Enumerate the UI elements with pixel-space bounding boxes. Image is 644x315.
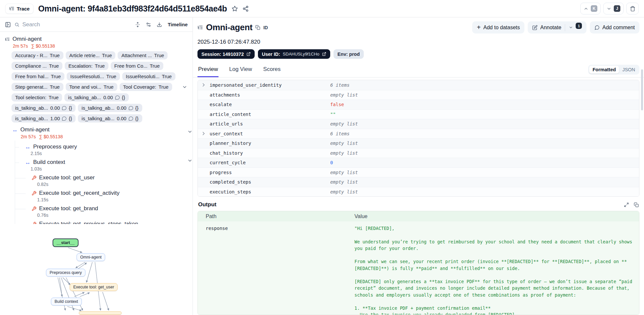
- tree-node-label: Omni-agent: [12, 36, 42, 42]
- add-to-datasets-button[interactable]: + Add to datasets: [472, 21, 524, 34]
- tree-node[interactable]: ↔ Build context 1.03s: [15, 156, 193, 171]
- copy-icon[interactable]: [634, 202, 639, 207]
- expand-chevron-icon[interactable]: [202, 123, 210, 125]
- score-badge[interactable]: is_talking_ab... 1.00 {}: [12, 114, 76, 123]
- expand-chevron-icon[interactable]: [202, 103, 210, 106]
- expand-chevron-icon[interactable]: [202, 84, 210, 86]
- tab-preview[interactable]: Preview: [197, 64, 218, 77]
- bookmark-star-icon[interactable]: [232, 6, 238, 12]
- score-name: Free from Co...: [114, 63, 148, 69]
- score-badge[interactable]: Free from Co... True: [111, 62, 163, 70]
- tree-node[interactable]: Execute tool: get_previous_steps_taken 1…: [15, 218, 193, 224]
- tab-scores[interactable]: Scores: [263, 64, 281, 77]
- graph-node[interactable]: Omni-agent: [77, 253, 105, 261]
- collapse-chevron-icon[interactable]: [182, 84, 187, 90]
- annotate-button[interactable]: Annotate 1: [528, 21, 586, 34]
- comment-icon: [62, 106, 66, 110]
- search-box[interactable]: [14, 21, 131, 28]
- graph-node[interactable]: __start__: [53, 238, 79, 247]
- score-badge[interactable]: is_talking_ab... 0.00 {}: [78, 114, 142, 123]
- tree-node[interactable]: Execute tool: get_recent_activity 1.15s: [15, 187, 193, 202]
- expand-chevron-icon[interactable]: [202, 181, 210, 183]
- tree-guide: [15, 209, 26, 209]
- tree-node-agent[interactable]: ↔ Omni-agent: [12, 126, 193, 133]
- tree-node[interactable]: ↔ Preprocess query 2.15s: [15, 141, 193, 156]
- format-formatted[interactable]: Formatted: [589, 66, 619, 74]
- session-pill[interactable]: Session: 14910372: [197, 49, 255, 59]
- graph-node[interactable]: Build context: [51, 298, 82, 305]
- score-badge[interactable]: Step generat... True: [12, 83, 63, 91]
- expand-chevron-icon[interactable]: [202, 171, 210, 173]
- user-id-pill[interactable]: User ID: SDAHUSLy9f1CHo: [258, 49, 330, 59]
- search-input[interactable]: [22, 21, 131, 28]
- format-json[interactable]: JSON: [619, 66, 638, 74]
- expand-chevron-icon[interactable]: [202, 132, 210, 135]
- graph-node[interactable]: Preprocess query: [46, 269, 85, 277]
- prev-trace-button[interactable]: K: [580, 3, 601, 14]
- score-badge[interactable]: is_talking_ab... 0.00 {}: [12, 104, 76, 112]
- score-value: True: [106, 74, 116, 79]
- copy-icon[interactable]: [255, 25, 260, 30]
- score-badge[interactable]: Tone and voi... True: [66, 83, 117, 91]
- score-badge[interactable]: Tool selection: True: [12, 93, 62, 101]
- output-table: Path Value response "Hi [REDACTED], We u…: [197, 211, 639, 315]
- score-name: Step generat...: [15, 84, 47, 90]
- share-icon[interactable]: [242, 6, 249, 12]
- table-row[interactable]: article_urls empty list: [198, 119, 639, 129]
- root-metrics: 2m 57s ∑ $0.55138: [13, 43, 193, 49]
- tab-log-view[interactable]: Log View: [228, 64, 253, 77]
- expand-chevron-icon[interactable]: [202, 142, 210, 145]
- graph-node[interactable]: Execute tool: get_user: [70, 283, 118, 291]
- tree-node[interactable]: Execute tool: get_user 0.82s: [15, 171, 193, 187]
- table-row[interactable]: user_context 6 items: [198, 129, 639, 139]
- expand-chevron-icon[interactable]: [202, 152, 210, 154]
- score-badge[interactable]: Tool Coverage: True: [120, 83, 172, 91]
- table-row[interactable]: chat_history empty list: [198, 148, 639, 158]
- score-badge[interactable]: Accuracy - R... True: [12, 51, 63, 59]
- table-row[interactable]: article_content "": [198, 109, 639, 119]
- expand-chevron-icon[interactable]: [202, 162, 210, 164]
- score-badge[interactable]: Article retrie... True: [66, 51, 116, 59]
- score-badge[interactable]: Compliance ... True: [12, 62, 62, 70]
- score-badge[interactable]: IssueResoluti... True: [67, 72, 120, 80]
- download-icon[interactable]: [157, 22, 162, 27]
- scrollbar-thumb[interactable]: [641, 69, 643, 110]
- unfold-all-icon[interactable]: [135, 22, 140, 27]
- collapse-panel-icon[interactable]: [5, 22, 11, 28]
- delete-trace-button[interactable]: [626, 3, 639, 14]
- collapse-chevron-icon[interactable]: [187, 129, 193, 134]
- table-row[interactable]: current_cycle 0: [198, 158, 639, 168]
- score-badge[interactable]: is_talking_ab... 0.00 {}: [78, 104, 142, 112]
- expand-chevron-icon[interactable]: [202, 94, 210, 96]
- score-name: Accuracy - R...: [15, 53, 47, 58]
- collapse-chevron-icon[interactable]: [187, 158, 193, 163]
- tree-node[interactable]: Execute tool: get_brand 0.76s: [15, 202, 193, 218]
- add-comment-button[interactable]: Add comment: [590, 21, 639, 34]
- row-key: attachments: [210, 92, 330, 98]
- expand-icon[interactable]: [624, 202, 629, 207]
- table-row[interactable]: impersonated_user_identity 6 items: [198, 80, 639, 90]
- display-settings-icon[interactable]: [146, 22, 151, 27]
- copy-id-label[interactable]: ID: [263, 25, 268, 30]
- graph-node[interactable]: [79, 311, 122, 315]
- table-row[interactable]: attachments empty list: [198, 90, 639, 100]
- timeline-toggle[interactable]: Timeline: [168, 22, 188, 27]
- table-row[interactable]: escalate false: [198, 100, 639, 109]
- score-badge[interactable]: Free from hal... True: [12, 72, 64, 80]
- expand-chevron-icon[interactable]: [202, 191, 210, 193]
- comment-bubble-icon: [594, 25, 600, 30]
- tree-node-root[interactable]: Omni-agent: [5, 36, 193, 42]
- table-row[interactable]: completed_steps empty list: [198, 177, 639, 187]
- output-response-text: "Hi [REDACTED], We understand you’re try…: [355, 221, 639, 315]
- score-badge[interactable]: Attachment ... True: [118, 51, 168, 59]
- score-name: Tone and voi...: [69, 84, 102, 90]
- score-badge[interactable]: Escalation: True: [65, 62, 108, 70]
- score-badge[interactable]: is_talking_ab... 0.00 {}: [64, 93, 128, 101]
- table-row[interactable]: progress empty list: [198, 168, 639, 177]
- table-row[interactable]: planner_history empty list: [198, 138, 639, 148]
- expand-chevron-icon[interactable]: [202, 113, 210, 115]
- score-value: 0.00: [117, 105, 126, 111]
- score-badge[interactable]: IssueResoluti... True: [122, 72, 175, 80]
- next-trace-button[interactable]: J: [603, 3, 624, 14]
- table-row[interactable]: execution_steps empty list: [198, 187, 639, 197]
